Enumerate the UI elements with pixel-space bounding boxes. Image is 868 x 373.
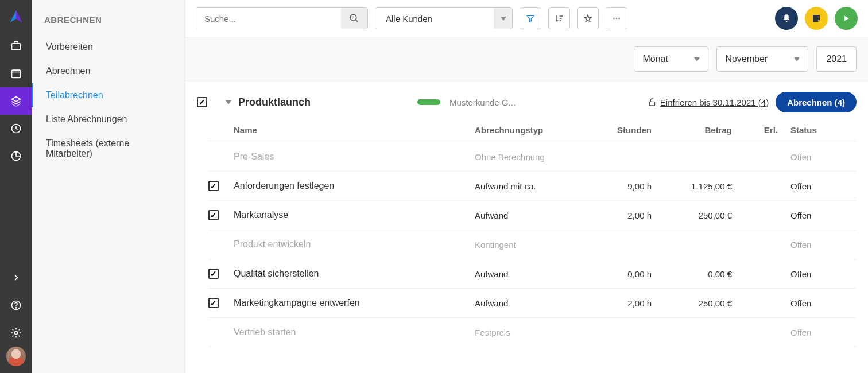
svg-point-8 [616, 18, 618, 20]
row-type: Aufwand mit ca. [475, 181, 590, 191]
main: Alle Kunden [185, 0, 868, 373]
notifications-button[interactable] [775, 7, 798, 30]
row-type: Aufwand [475, 211, 590, 220]
row-name: Anforderungen festlegen [234, 181, 475, 191]
tasks-table: Name Abrechnungstyp Stunden Betrag Erl. … [208, 118, 857, 347]
th-amount: Betrag [658, 125, 739, 135]
freeze-link-text: Einfrieren bis 30.11.2021 (4) [660, 98, 769, 107]
sidebar-item[interactable]: Liste Abrechnungen [32, 107, 185, 131]
svg-point-9 [618, 18, 620, 20]
rail-clock[interactable] [0, 115, 32, 142]
month-label: November [725, 54, 768, 64]
rail-piechart[interactable] [0, 142, 32, 170]
freeze-link[interactable]: Einfrieren bis 30.11.2021 (4) [648, 98, 769, 107]
row-hours: 0,00 h [590, 269, 658, 279]
rail-briefcase[interactable] [0, 32, 32, 60]
row-name: Qualität sicherstellen [234, 269, 475, 279]
row-name: Vertrieb starten [234, 327, 475, 337]
sidebar-item[interactable]: Abrechnen [32, 59, 185, 83]
favorite-button[interactable] [577, 7, 599, 29]
svg-point-5 [14, 332, 17, 335]
row-type: Aufwand [475, 298, 590, 308]
th-type: Abrechnungstyp [475, 125, 590, 135]
table-row: Anforderungen festlegenAufwand mit ca.9,… [208, 172, 857, 201]
row-status: Offen [785, 240, 842, 250]
row-name: Marketingkampagne entwerfen [234, 298, 475, 308]
chevron-down-icon [694, 57, 700, 61]
svg-rect-0 [11, 44, 20, 50]
play-button[interactable] [835, 7, 858, 30]
search-input[interactable] [196, 8, 341, 29]
svg-rect-1 [11, 70, 20, 77]
th-erl: Erl. [739, 125, 785, 135]
table-row: Qualität sicherstellenAufwand0,00 h0,00 … [208, 259, 857, 289]
month-dropdown[interactable]: November [716, 46, 808, 72]
row-type: Kontingent [475, 240, 590, 250]
sort-icon [555, 14, 564, 23]
row-hours: 2,00 h [590, 298, 658, 308]
group-checkbox[interactable] [197, 97, 207, 107]
th-hours: Stunden [590, 125, 658, 135]
row-checkbox[interactable] [208, 181, 219, 191]
svg-point-6 [350, 14, 356, 21]
th-name: Name [234, 125, 475, 135]
row-checkbox[interactable] [208, 210, 219, 220]
table-row: Vertrieb startenFestpreisOffen [208, 318, 857, 347]
row-name: Produkt entwickeln [234, 239, 475, 250]
customer-dropdown-label: Alle Kunden [375, 14, 443, 24]
toolbar: Alle Kunden [185, 0, 868, 37]
period-filter-bar: Monat November 2021 [185, 37, 868, 81]
billing-button[interactable]: Abrechnen (4) [776, 92, 857, 112]
rail-layers[interactable] [0, 87, 32, 115]
table-row: Pre-SalesOhne BerechnungOffen [208, 142, 857, 172]
group-title: Produktlaunch [238, 96, 410, 108]
row-amount: 1.125,00 € [658, 181, 739, 191]
row-status: Offen [785, 152, 842, 162]
sidebar-title: ABRECHNEN [32, 10, 185, 35]
row-hours: 9,00 h [590, 181, 658, 191]
svg-point-4 [16, 308, 16, 308]
collapse-icon[interactable] [226, 100, 231, 104]
search-button[interactable] [341, 8, 367, 29]
table-row: Marketingkampagne entwerfenAufwand2,00 h… [208, 289, 857, 318]
year-field[interactable]: 2021 [816, 46, 857, 72]
row-status: Offen [785, 211, 842, 220]
table-row: MarktanalyseAufwand2,00 h250,00 €Offen [208, 201, 857, 230]
unlock-icon [648, 98, 657, 107]
avatar[interactable] [6, 347, 26, 366]
row-name: Pre-Sales [234, 151, 475, 162]
period-type-dropdown[interactable]: Monat [634, 46, 708, 72]
row-status: Offen [785, 269, 842, 279]
row-amount: 250,00 € [658, 211, 739, 220]
search-icon [349, 13, 359, 24]
more-button[interactable] [606, 7, 627, 29]
sidebar: ABRECHNEN VorbereitenAbrechnenTeilabrech… [32, 0, 185, 373]
row-hours: 2,00 h [590, 211, 658, 220]
rail-calendar[interactable] [0, 60, 32, 87]
filter-button[interactable] [520, 7, 541, 29]
funnel-icon [526, 14, 535, 23]
row-type: Festpreis [475, 328, 590, 337]
th-status: Status [785, 125, 842, 135]
svg-point-7 [613, 18, 615, 20]
notes-button[interactable] [805, 7, 828, 30]
row-type: Aufwand [475, 269, 590, 279]
star-icon [583, 14, 592, 23]
group-client: Musterkunde G... [450, 98, 516, 107]
customer-dropdown[interactable]: Alle Kunden [375, 7, 513, 29]
sort-button[interactable] [548, 7, 570, 29]
rail-expand[interactable] [0, 264, 32, 292]
row-checkbox[interactable] [208, 269, 219, 279]
table-header: Name Abrechnungstyp Stunden Betrag Erl. … [208, 118, 857, 142]
row-checkbox[interactable] [208, 298, 219, 308]
bell-icon [781, 13, 792, 24]
table-row: Produkt entwickelnKontingentOffen [208, 230, 857, 259]
row-status: Offen [785, 298, 842, 308]
rail-help[interactable] [0, 292, 32, 319]
sidebar-item[interactable]: Vorbereiten [32, 35, 185, 59]
sidebar-item[interactable]: Timesheets (externe Mitarbeiter) [32, 131, 185, 166]
period-type-label: Monat [642, 54, 668, 64]
rail-settings[interactable] [0, 319, 32, 347]
sidebar-item[interactable]: Teilabrechnen [32, 83, 185, 107]
row-amount: 250,00 € [658, 298, 739, 308]
